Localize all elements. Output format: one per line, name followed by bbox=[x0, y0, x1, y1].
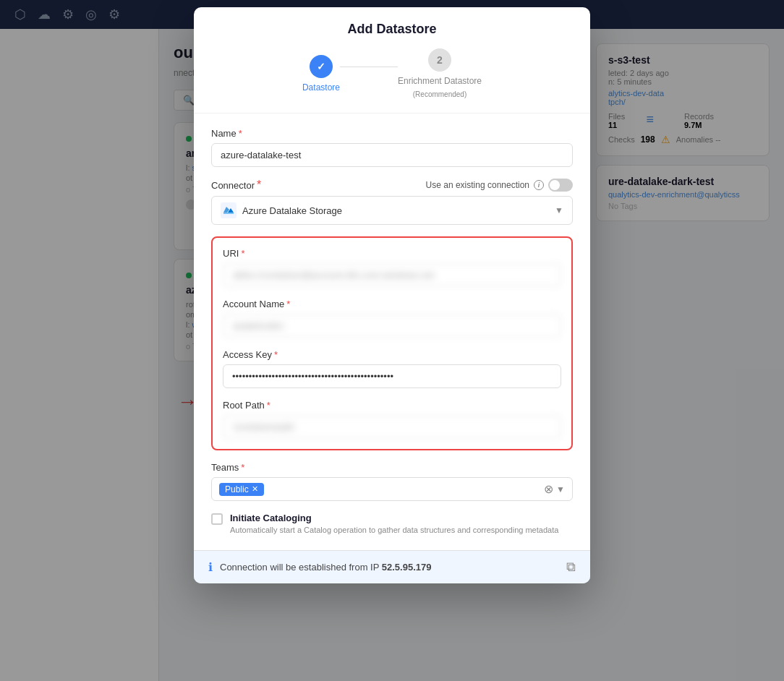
chevron-down-icon: ▼ bbox=[555, 205, 563, 215]
teams-label: Teams * bbox=[211, 462, 573, 473]
name-required: * bbox=[239, 128, 242, 139]
teams-tag-remove[interactable]: ✕ bbox=[252, 484, 258, 494]
step-sublabel-2: (Recommended) bbox=[413, 90, 466, 98]
account-name-input[interactable] bbox=[223, 314, 561, 338]
uri-required: * bbox=[241, 248, 244, 259]
use-existing-label: Use an existing connection bbox=[426, 180, 529, 190]
step-label-1: Datastore bbox=[302, 82, 340, 93]
modal-title: Add Datastore bbox=[211, 22, 573, 37]
initiate-title: Initiate Cataloging bbox=[230, 513, 558, 523]
step-label-2: Enrichment Datastore bbox=[398, 76, 482, 86]
stepper: ✓ Datastore 2 Enrichment Datastore (Reco… bbox=[211, 48, 573, 98]
teams-tag-label: Public bbox=[225, 484, 249, 494]
initiate-cataloging-row: Initiate Cataloging Automatically start … bbox=[211, 513, 573, 536]
teams-group: Teams * Public ✕ ⊗ ▼ bbox=[211, 462, 573, 501]
modal-overlay: Add Datastore ✓ Datastore 2 Enrichment D… bbox=[0, 0, 784, 681]
teams-input-wrapper[interactable]: Public ✕ ⊗ ▼ bbox=[211, 477, 573, 501]
initiate-cataloging-text: Initiate Cataloging Automatically start … bbox=[230, 513, 558, 536]
root-path-required: * bbox=[267, 400, 270, 411]
uri-section: URI * Account Name * Access Ke bbox=[211, 236, 573, 450]
connector-label: Connector bbox=[211, 180, 255, 191]
azure-datalake-icon bbox=[221, 202, 237, 218]
info-icon[interactable]: i bbox=[534, 180, 544, 190]
access-key-group: Access Key * bbox=[223, 349, 561, 388]
copy-ip-icon[interactable]: ⧉ bbox=[566, 560, 576, 575]
teams-clear-area: ⊗ ▼ bbox=[544, 482, 565, 496]
connector-select-text: Azure Datalake Storage bbox=[242, 205, 555, 216]
modal-header: Add Datastore ✓ Datastore 2 Enrichment D… bbox=[194, 7, 590, 113]
uri-label: URI * bbox=[223, 248, 561, 259]
uri-group: URI * bbox=[223, 248, 561, 287]
connector-select[interactable]: Azure Datalake Storage ▼ bbox=[211, 196, 573, 225]
use-existing-toggle[interactable] bbox=[548, 179, 573, 192]
account-name-required: * bbox=[286, 299, 290, 309]
add-datastore-modal: Add Datastore ✓ Datastore 2 Enrichment D… bbox=[194, 7, 590, 583]
name-label: Name * bbox=[211, 128, 573, 139]
step-line bbox=[340, 67, 398, 67]
connector-required: * bbox=[257, 179, 261, 192]
uri-input[interactable] bbox=[223, 263, 561, 287]
step-enrichment: 2 Enrichment Datastore (Recommended) bbox=[398, 48, 482, 98]
access-key-label: Access Key * bbox=[223, 349, 561, 360]
teams-required: * bbox=[241, 462, 244, 473]
step-datastore: ✓ Datastore bbox=[302, 55, 340, 93]
teams-tag-public[interactable]: Public ✕ bbox=[219, 483, 264, 496]
access-key-input[interactable] bbox=[223, 364, 561, 388]
info-bar-ip: 52.5.95.179 bbox=[382, 562, 432, 573]
step-circle-1: ✓ bbox=[310, 55, 333, 78]
access-key-required: * bbox=[274, 349, 278, 360]
account-name-group: Account Name * bbox=[223, 299, 561, 338]
connector-row: Connector * Use an existing connection i bbox=[211, 179, 573, 192]
root-path-group: Root Path * bbox=[223, 400, 561, 439]
root-path-input[interactable] bbox=[223, 415, 561, 439]
initiate-desc: Automatically start a Catalog operation … bbox=[230, 525, 558, 536]
name-group: Name * bbox=[211, 128, 573, 167]
teams-chevron-icon[interactable]: ▼ bbox=[556, 484, 565, 494]
info-bar-text: Connection will be established from IP 5… bbox=[220, 562, 559, 573]
use-existing-group: Use an existing connection i bbox=[426, 179, 573, 192]
connector-label-group: Connector * bbox=[211, 179, 261, 192]
step-circle-2: 2 bbox=[428, 48, 451, 72]
info-bar-icon: ℹ bbox=[208, 560, 213, 574]
name-input[interactable] bbox=[211, 143, 573, 167]
info-bar: ℹ Connection will be established from IP… bbox=[194, 550, 590, 583]
teams-clear-icon[interactable]: ⊗ bbox=[544, 482, 553, 496]
initiate-cataloging-checkbox[interactable] bbox=[211, 513, 223, 525]
root-path-label: Root Path * bbox=[223, 400, 561, 411]
connector-group: Connector * Use an existing connection i bbox=[211, 179, 573, 225]
modal-body: Name * Connector * Use an existing conne… bbox=[194, 113, 590, 550]
account-name-label: Account Name * bbox=[223, 299, 561, 309]
